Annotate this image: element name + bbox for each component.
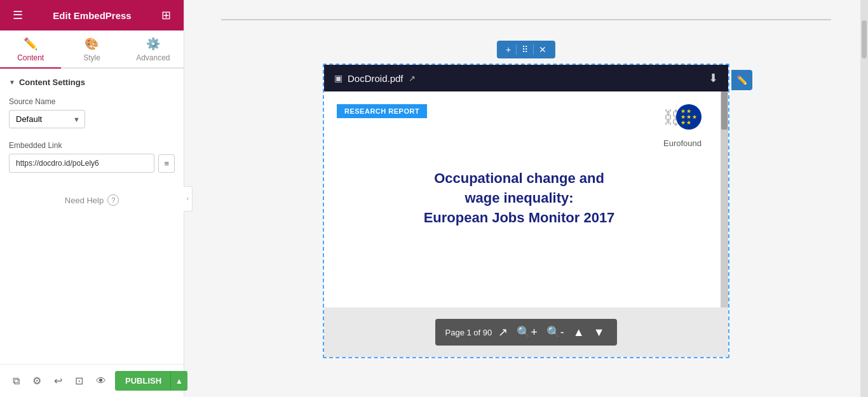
move-icon: ⠿ — [522, 44, 528, 55]
tabs-bar: ✏️ Content 🎨 Style ⚙️ Advanced — [0, 30, 184, 69]
grid-view-button[interactable]: ⊞ — [158, 6, 175, 25]
eurofound-label: Eurofound — [663, 138, 702, 148]
widget-edit-button[interactable]: ✏️ — [731, 70, 752, 90]
pdf-title-line1: Occupational change and — [434, 170, 604, 186]
need-help-section: Need Help ? — [0, 182, 184, 206]
content-tab-icon: ✏️ — [24, 37, 37, 51]
embedded-link-input[interactable] — [9, 154, 154, 173]
pdf-page-info: Page 1 of 90 — [445, 328, 492, 337]
section-arrow-icon: ▼ — [9, 79, 15, 86]
embedded-link-field: Embedded Link ≡ — [0, 137, 184, 177]
layers-button[interactable]: ⧉ — [9, 373, 24, 389]
advanced-tab-icon: ⚙️ — [146, 37, 160, 51]
tab-advanced[interactable]: ⚙️ Advanced — [123, 30, 184, 67]
eu-circle-icon: ★★★★★★★ — [676, 104, 702, 130]
pdf-doc-icon: ▣ — [334, 73, 342, 83]
main-scrollbar-thumb — [862, 20, 867, 58]
sidebar: ☰ Edit EmbedPress ⊞ ✏️ Content 🎨 Style ⚙… — [0, 0, 184, 397]
collapse-handle[interactable]: ‹ — [184, 186, 193, 212]
canvas-area: + ⠿ ✕ ✏️ ▣ DocDroid.pdf — [184, 0, 868, 397]
pdf-prev-button[interactable]: ▲ — [571, 325, 587, 340]
sidebar-content: ▼ Content Settings Source Name Default ▼… — [0, 69, 184, 364]
embedded-link-settings-button[interactable]: ≡ — [158, 154, 175, 173]
pdf-header: ▣ DocDroid.pdf ↗ ⬇ — [324, 65, 728, 91]
widget-container: + ⠿ ✕ ✏️ ▣ DocDroid.pdf — [323, 64, 729, 358]
source-name-select-wrapper: Default ▼ — [9, 110, 85, 128]
pdf-body: RESEARCH REPORT ⛓ ★★★★★★★ Eurofound — [324, 91, 728, 307]
pdf-content: RESEARCH REPORT ⛓ ★★★★★★★ Eurofound — [324, 91, 721, 307]
undo-button[interactable]: ↩ — [50, 372, 66, 389]
publish-button[interactable]: PUBLISH — [115, 371, 172, 391]
pdf-scrollbar-thumb — [721, 91, 728, 130]
pdf-embed-widget: ▣ DocDroid.pdf ↗ ⬇ RESEARCH REPORT — [323, 64, 729, 358]
publish-dropdown-button[interactable]: ▲ — [170, 371, 187, 391]
tab-content[interactable]: ✏️ Content — [0, 30, 61, 67]
pdf-zoom-in-button[interactable]: 🔍+ — [514, 324, 540, 340]
plus-icon: + — [506, 44, 511, 55]
pdf-toolbar-wrapper: Page 1 of 90 ↗ 🔍+ 🔍- ▲ ▼ — [324, 307, 728, 357]
pdf-open-button[interactable]: ↗ — [496, 324, 510, 340]
eu-stars: ★★★★★★★ — [681, 109, 698, 126]
eurofound-logo: ⛓ ★★★★★★★ Eurofound — [663, 104, 702, 148]
widget-toolbar: + ⠿ ✕ — [497, 41, 555, 58]
main-content: + ⠿ ✕ ✏️ ▣ DocDroid.pdf — [184, 0, 868, 397]
tab-style[interactable]: 🎨 Style — [61, 30, 122, 67]
pdf-toolbar: Page 1 of 90 ↗ 🔍+ 🔍- ▲ ▼ — [435, 319, 618, 346]
tab-content-label: Content — [17, 53, 44, 62]
toolbar-separator-1 — [516, 44, 517, 55]
toolbar-separator-2 — [533, 44, 534, 55]
sidebar-header: ☰ Edit EmbedPress ⊞ — [0, 0, 184, 30]
pdf-header-left: ▣ DocDroid.pdf ↗ — [334, 73, 416, 84]
need-help-label: Need Help — [65, 196, 104, 205]
sidebar-title: Edit EmbedPress — [53, 10, 131, 21]
pdf-external-link-icon[interactable]: ↗ — [409, 74, 416, 83]
pdf-filename: DocDroid.pdf — [348, 73, 403, 84]
pdf-title-line2: wage inequality: — [465, 190, 573, 206]
top-divider — [221, 19, 831, 20]
widget-add-button[interactable]: + — [502, 43, 515, 56]
source-name-field: Source Name Default ▼ — [0, 93, 184, 132]
responsive-button[interactable]: ⊡ — [71, 372, 87, 389]
widget-close-button[interactable]: ✕ — [535, 43, 550, 56]
section-title: Content Settings — [19, 77, 85, 87]
embedded-link-label: Embedded Link — [9, 141, 175, 150]
eurofound-icon-wrapper: ⛓ ★★★★★★★ — [663, 104, 702, 136]
pdf-zoom-out-button[interactable]: 🔍- — [544, 324, 567, 340]
embedded-link-row: ≡ — [9, 154, 175, 173]
style-tab-icon: 🎨 — [85, 37, 98, 51]
preview-button[interactable]: 👁 — [92, 373, 110, 389]
sidebar-footer: ⧉ ⚙ ↩ ⊡ 👁 PUBLISH ▲ — [0, 364, 184, 397]
source-name-label: Source Name — [9, 97, 175, 106]
pdf-download-icon[interactable]: ⬇ — [709, 71, 718, 85]
source-name-select[interactable]: Default — [9, 110, 85, 128]
pdf-title-line3: European Jobs Monitor 2017 — [424, 210, 615, 225]
pdf-next-button[interactable]: ▼ — [591, 325, 607, 340]
publish-group: PUBLISH ▲ — [115, 371, 187, 391]
hamburger-menu-button[interactable]: ☰ — [9, 6, 27, 25]
help-icon[interactable]: ? — [107, 194, 119, 206]
tab-advanced-label: Advanced — [136, 53, 170, 62]
settings-button[interactable]: ⚙ — [29, 372, 45, 389]
pdf-scrollbar[interactable] — [721, 91, 728, 307]
pdf-title: Occupational change and wage inequality:… — [337, 169, 702, 227]
content-settings-section: ▼ Content Settings — [0, 69, 184, 93]
tab-style-label: Style — [83, 53, 100, 62]
widget-move-button[interactable]: ⠿ — [518, 43, 532, 56]
research-badge: RESEARCH REPORT — [337, 104, 427, 118]
close-icon: ✕ — [539, 44, 546, 55]
main-scrollbar[interactable] — [860, 0, 868, 397]
